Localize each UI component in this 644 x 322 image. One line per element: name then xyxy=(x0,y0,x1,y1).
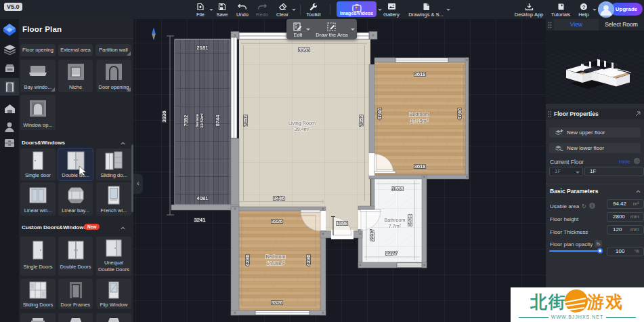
svg-text:5363: 5363 xyxy=(299,47,310,53)
svg-text:2217: 2217 xyxy=(369,230,375,241)
svg-text:Living Room: Living Room xyxy=(288,120,316,126)
svg-text:2181: 2181 xyxy=(197,45,209,51)
svg-text:Bedroom: Bedroom xyxy=(265,254,285,260)
svg-text:Terrace13.52m²: Terrace13.52m² xyxy=(195,113,204,127)
svg-text:3618: 3618 xyxy=(414,163,426,169)
svg-text:1398: 1398 xyxy=(337,220,348,226)
svg-text:3618: 3618 xyxy=(414,71,426,77)
svg-text:7.7m²: 7.7m² xyxy=(389,223,402,229)
svg-text:2377: 2377 xyxy=(386,250,398,256)
svg-text:4744: 4744 xyxy=(456,108,463,120)
svg-text:6744: 6744 xyxy=(215,115,221,127)
svg-text:3241: 3241 xyxy=(194,217,206,223)
svg-text:7052: 7052 xyxy=(242,115,249,127)
svg-text:Bathroom: Bathroom xyxy=(384,217,405,223)
svg-text:3326: 3326 xyxy=(272,300,283,306)
svg-text:7052: 7052 xyxy=(183,115,189,127)
svg-text:4236: 4236 xyxy=(244,255,251,266)
svg-text:3936: 3936 xyxy=(161,111,167,123)
svg-text:1858: 1858 xyxy=(392,186,404,192)
svg-text:3326: 3326 xyxy=(272,218,283,224)
svg-text:Bedroom: Bedroom xyxy=(409,111,429,117)
svg-text:?: ? xyxy=(582,3,586,9)
svg-text:4236: 4236 xyxy=(305,255,312,266)
svg-text:4081: 4081 xyxy=(197,195,209,201)
svg-text:3446: 3446 xyxy=(274,195,285,201)
svg-text:3526: 3526 xyxy=(407,215,413,226)
svg-text:17.15m²: 17.15m² xyxy=(410,118,429,124)
svg-text:4744: 4744 xyxy=(377,108,383,120)
svg-text:39.4m²: 39.4m² xyxy=(295,126,310,132)
svg-text:7052: 7052 xyxy=(358,115,364,127)
svg-text:14.09m²: 14.09m² xyxy=(267,260,285,266)
